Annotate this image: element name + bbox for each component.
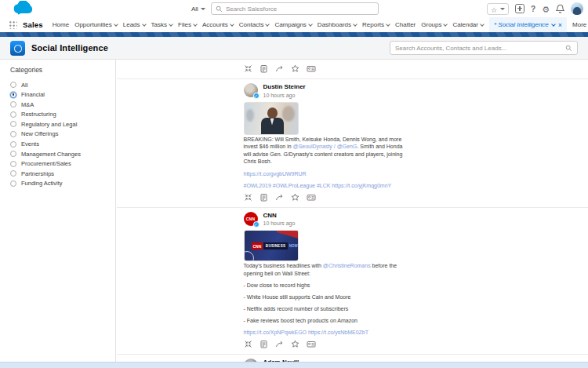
favorites-button[interactable] [487,3,509,15]
headline-item: - Fake reviews boost tech products on Am… [244,317,410,325]
chevron-down-icon [551,22,556,27]
post-note-icon[interactable] [260,64,268,73]
post-timestamp: 10 hours ago [263,93,306,98]
global-actions-icon[interactable] [515,4,524,13]
nav-item-campaigns[interactable]: Campaigns [274,17,311,32]
share-icon[interactable] [275,340,284,348]
nav-more-button[interactable]: More [572,17,588,32]
nav-item-tasks[interactable]: Tasks [151,17,172,32]
nav-item-accounts[interactable]: Accounts [202,17,234,32]
radio-icon[interactable] [10,131,16,137]
radio-icon[interactable] [10,111,16,118]
collapse-icon[interactable] [244,64,252,73]
global-header: All ? [0,0,588,17]
favorite-star-icon[interactable] [291,340,299,348]
category-option-all[interactable]: All [10,82,109,88]
nav-item-contacts[interactable]: Contacts [239,17,270,32]
app-launcher-icon[interactable] [9,20,17,29]
radio-icon[interactable] [10,180,16,187]
global-search[interactable] [211,2,379,15]
category-option-partnerships[interactable]: Partnerships [10,170,109,177]
headline-item: - Dow close to record highs [244,282,410,290]
verified-badge-icon [253,221,260,228]
post-media-photo[interactable] [244,102,299,135]
nav-item-calendar[interactable]: Calendar [452,17,483,32]
post-link[interactable]: https://t.co/XpNPqwkEGO https://t.co/ysN… [244,330,369,335]
radio-icon[interactable] [10,161,16,167]
nav-item-dashboards[interactable]: Dashboards [318,17,357,32]
radio-icon[interactable] [10,101,16,107]
share-icon[interactable] [275,193,284,202]
app-name: Sales [23,20,43,29]
post-body: Today's business headlines with @Christi… [244,262,410,337]
category-option-procurement-sales[interactable]: Procurement/Sales [10,161,109,167]
category-option-events[interactable]: Events [10,141,109,148]
post-body: BREAKING: Will Smith, Keisuke Honda, Den… [244,136,410,190]
favorite-star-icon[interactable] [291,64,299,73]
search-icon [565,45,572,52]
favorite-star-icon[interactable] [291,193,299,202]
category-option-ma[interactable]: M&A [10,101,109,107]
salesforce-logo [10,1,35,16]
category-option-restructuring[interactable]: Restructuring [10,111,109,118]
search-scope-dropdown[interactable]: All [191,5,205,13]
post-media-cnn-business-now[interactable]: CNN BUSINESS NOW [244,230,299,261]
feed-post: CNN CNN 10 hours ago CNN BUSINESS NOW To… [117,208,588,355]
radio-icon[interactable] [10,151,16,157]
chevron-down-icon [230,22,234,27]
setup-gear-icon[interactable] [542,2,550,16]
nav-item-files[interactable]: Files [178,17,197,32]
chevron-down-icon [308,22,313,27]
nav-item-opportunities[interactable]: Opportunities [74,17,118,32]
author-name[interactable]: Dustin Steiner [263,83,306,90]
close-tab-icon[interactable] [558,21,562,29]
contact-card-icon[interactable] [307,64,316,73]
post-action-bar [244,340,462,348]
category-option-regulatory-and-legal[interactable]: Regulatory and Legal [10,121,109,127]
record-search[interactable] [390,41,578,55]
nav-item-reports[interactable]: Reports [362,17,390,32]
notifications-bell-icon[interactable] [556,4,564,13]
nav-item-chatter[interactable]: Chatter [395,17,416,32]
post-note-icon[interactable] [260,340,268,348]
post-note-icon[interactable] [260,193,268,202]
tab-social-intelligence[interactable]: * Social Intelligence [489,17,567,32]
category-option-financial[interactable]: Financial [10,92,109,98]
radio-icon[interactable] [10,82,16,88]
social-intelligence-app-icon [10,41,25,56]
post-link[interactable]: https://t.co/gvgbUW9RUR [244,171,307,177]
share-icon[interactable] [275,64,284,73]
nav-item-home[interactable]: Home [53,17,69,32]
hashtags-link[interactable]: #OWL2019 #OWLProLeague #LCK https://t.co… [244,183,392,188]
social-feed: Dustin Steiner 10 hours ago BREAKING: Wi… [117,60,588,362]
radio-icon[interactable] [10,141,16,148]
feed-post: Dustin Steiner 10 hours ago BREAKING: Wi… [117,79,588,208]
category-option-new-offerings[interactable]: New Offerings [10,131,109,137]
feed-post: Adam Nevill 11 hours ago R I T U A L And… [117,355,588,363]
author-name[interactable]: CNN [263,212,296,219]
contact-card-icon[interactable] [307,193,316,202]
radio-icon[interactable] [10,170,16,177]
chevron-down-icon [480,22,485,27]
global-search-input[interactable] [226,5,374,13]
contact-card-icon[interactable] [307,340,316,348]
collapse-icon[interactable] [244,193,252,202]
mention-link[interactable]: @ChristineRomans [323,263,371,268]
category-option-management-changes[interactable]: Management Changes [10,151,109,157]
author-avatar [244,83,258,97]
category-option-funding-activity[interactable]: Funding Activity [10,180,109,187]
record-search-input[interactable] [395,45,562,52]
radio-selected-icon[interactable] [10,92,16,98]
nav-item-groups[interactable]: Groups [421,17,447,32]
radio-icon[interactable] [10,121,16,127]
post-text: BREAKING: Will Smith, Keisuke Honda, Den… [244,136,410,166]
help-icon[interactable]: ? [531,5,535,13]
user-avatar[interactable] [571,2,583,15]
collapse-icon[interactable] [244,340,252,348]
page-header: Social Intelligence [0,37,588,60]
nav-item-leads[interactable]: Leads [123,17,146,32]
mention-link[interactable]: @SeoulDynasty / @GenG [293,144,358,149]
chevron-down-icon [114,22,118,27]
chevron-down-icon [266,22,270,27]
verified-badge-icon [253,93,260,99]
